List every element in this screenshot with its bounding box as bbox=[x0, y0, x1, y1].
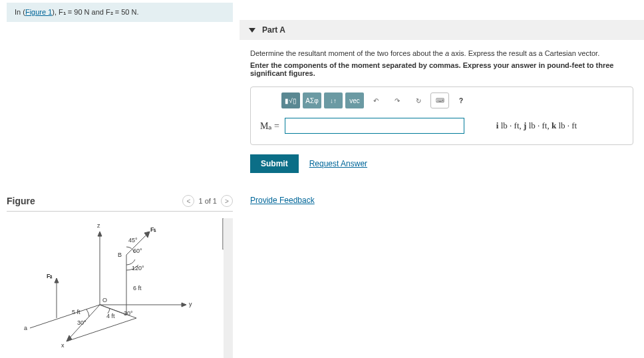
answer-units: i lb · ft, j lb · ft, k lb · ft bbox=[496, 120, 577, 131]
figure-viewport: z y x a O B F₁ F₂ 45° 60° 120° 6 ft 5 ft… bbox=[7, 218, 233, 358]
equation-toolbar: ▮√▯ ΑΣφ ↓↑ vec ↶ ↷ ↻ ⌨ ? bbox=[251, 87, 633, 111]
svg-marker-1 bbox=[98, 232, 102, 236]
problem-given: In (Figure 1), F₁ = 90 N and F₂ = 50 N. bbox=[7, 3, 233, 22]
keyboard-tool[interactable]: ⌨ bbox=[430, 92, 449, 108]
figure-diagram: z y x a O B F₁ F₂ 45° 60° 120° 6 ft 5 ft… bbox=[20, 218, 213, 351]
instructions-line-1: Determine the resultant moment of the tw… bbox=[250, 49, 633, 57]
request-answer-link[interactable]: Request Answer bbox=[309, 159, 367, 168]
axis-x-label: x bbox=[61, 342, 65, 349]
greek-tool[interactable]: ΑΣφ bbox=[303, 92, 321, 108]
given-prefix: In ( bbox=[15, 8, 25, 16]
subscript-tool[interactable]: ↓↑ bbox=[324, 92, 343, 108]
collapse-icon bbox=[249, 28, 255, 33]
len-4ft-label: 4 ft bbox=[106, 313, 115, 319]
submit-button[interactable]: Submit bbox=[250, 154, 299, 173]
reset-tool[interactable]: ↻ bbox=[409, 92, 428, 108]
answer-box: ▮√▯ ΑΣφ ↓↑ vec ↶ ↷ ↻ ⌨ ? Mₐ = i lb · ft,… bbox=[250, 87, 633, 145]
provide-feedback-link[interactable]: Provide Feedback bbox=[250, 196, 315, 205]
len-6ft-label: 6 ft bbox=[133, 285, 142, 291]
answer-input[interactable] bbox=[285, 118, 464, 134]
undo-tool[interactable]: ↶ bbox=[367, 92, 385, 108]
point-B-label: B bbox=[118, 252, 122, 258]
len-5ft-label: 5 ft bbox=[72, 309, 80, 315]
svg-marker-3 bbox=[182, 303, 186, 307]
part-title: Part A bbox=[262, 25, 285, 35]
figure-title: Figure bbox=[7, 196, 35, 206]
point-O-label: O bbox=[102, 297, 107, 303]
help-tool[interactable]: ? bbox=[452, 92, 470, 108]
angle-60-label: 60° bbox=[133, 248, 142, 254]
angle-120-label: 120° bbox=[132, 265, 144, 271]
figure-page-indicator: 1 of 1 bbox=[198, 197, 217, 205]
angle-30b-label: 30° bbox=[77, 319, 86, 326]
given-suffix: ), F₁ = 90 N and F₂ = 50 N. bbox=[52, 8, 138, 16]
figure-link[interactable]: Figure 1 bbox=[25, 8, 52, 16]
templates-tool[interactable]: ▮√▯ bbox=[281, 92, 300, 108]
axis-y-label: y bbox=[189, 301, 192, 307]
figure-next-button[interactable]: > bbox=[221, 195, 233, 207]
force-F2-label: F₂ bbox=[47, 273, 53, 279]
part-header[interactable]: Part A bbox=[240, 20, 644, 40]
answer-lhs: Mₐ = bbox=[260, 120, 279, 132]
redo-tool[interactable]: ↷ bbox=[388, 92, 406, 108]
figure-prev-button[interactable]: < bbox=[182, 195, 194, 207]
angle-45-label: 45° bbox=[128, 237, 138, 244]
svg-marker-14 bbox=[55, 278, 59, 283]
angle-30a-label: 30° bbox=[124, 310, 133, 317]
axis-a-label: a bbox=[24, 325, 27, 331]
vector-tool[interactable]: vec bbox=[345, 92, 364, 108]
axis-z-label: z bbox=[97, 222, 100, 229]
svg-marker-12 bbox=[144, 232, 150, 238]
instructions-line-2: Enter the components of the moment separ… bbox=[250, 61, 633, 77]
force-F1-label: F₁ bbox=[150, 226, 157, 233]
